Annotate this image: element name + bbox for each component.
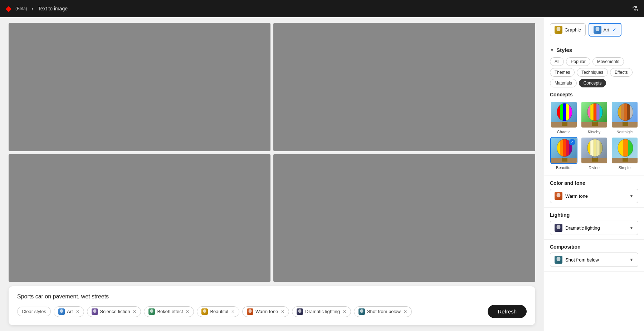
tag-science-fiction: Science fiction ✕ xyxy=(87,306,141,317)
refresh-button[interactable]: Refresh xyxy=(488,305,527,318)
filter-techniques[interactable]: Techniques xyxy=(577,68,608,77)
content-area: Sports car on pavement, wet streets Clea… xyxy=(0,17,544,331)
dramatic-tag-remove[interactable]: ✕ xyxy=(343,309,346,314)
image-cell-2 xyxy=(273,23,535,151)
simple-thumb xyxy=(611,137,638,164)
graphic-label: Graphic xyxy=(565,27,581,33)
shot-below-tag-remove[interactable]: ✕ xyxy=(404,309,407,314)
concepts-label: Concepts xyxy=(550,92,638,97)
shot-below-tag-icon xyxy=(358,308,365,315)
warm-tone-tag-label: Warm tone xyxy=(255,309,278,314)
divine-thumb xyxy=(581,137,608,164)
tags-row: Clear styles Art ✕ Science fiction ✕ Bok… xyxy=(17,305,527,318)
style-type-selector: Graphic Art ✓ xyxy=(544,17,644,41)
warm-tone-tag-remove[interactable]: ✕ xyxy=(281,309,284,314)
sci-fi-tag-icon xyxy=(92,308,98,315)
warm-tone-tag-icon xyxy=(247,308,253,315)
sci-fi-tag-label: Science fiction xyxy=(100,309,130,314)
lighting-chevron-icon: ▼ xyxy=(629,225,634,230)
composition-section: Composition Shot from below ▼ xyxy=(544,240,644,272)
tag-beautiful: Beautiful ✕ xyxy=(197,306,239,317)
color-tone-dropdown[interactable]: Warm tone ▼ xyxy=(550,189,638,203)
art-selected-check: ✓ xyxy=(612,27,616,33)
tag-clear-styles[interactable]: Clear styles xyxy=(17,307,51,316)
beta-label: (Beta) xyxy=(15,6,27,11)
style-item-kitschy[interactable]: Kitschy xyxy=(580,101,608,134)
bokeh-tag-label: Bokeh effect xyxy=(157,309,183,314)
generated-image-3 xyxy=(9,154,270,282)
divine-canvas xyxy=(581,138,608,164)
styles-section: ▼ Styles All Popular Movements Themes Te… xyxy=(544,41,644,176)
art-icon xyxy=(594,26,601,34)
beautiful-check: ✓ xyxy=(569,139,575,145)
notification-icon[interactable]: ⚗ xyxy=(632,4,638,13)
filter-materials[interactable]: Materials xyxy=(550,79,577,87)
generated-image-2 xyxy=(273,23,535,151)
tag-dramatic: Dramatic lighting ✕ xyxy=(292,306,351,317)
style-item-divine[interactable]: Divine xyxy=(580,137,608,170)
filter-effects[interactable]: Effects xyxy=(610,68,632,77)
composition-left: Shot from below xyxy=(555,256,599,264)
divine-label: Divine xyxy=(589,166,600,170)
sci-fi-tag-remove[interactable]: ✕ xyxy=(133,309,136,314)
tag-shot-from-below: Shot from below ✕ xyxy=(354,306,412,317)
nostalgic-canvas xyxy=(612,102,638,128)
beautiful-tag-label: Beautiful xyxy=(210,309,228,314)
adobe-logo: ◆ xyxy=(6,4,11,13)
lighting-left: Dramatic lighting xyxy=(555,224,600,232)
composition-dropdown[interactable]: Shot from below ▼ xyxy=(550,253,638,267)
color-tone-chevron-icon: ▼ xyxy=(629,193,634,198)
beautiful-tag-remove[interactable]: ✕ xyxy=(231,309,235,314)
art-label: Art xyxy=(604,27,610,33)
simple-label: Simple xyxy=(619,166,631,170)
filter-row: All Popular Movements Themes Techniques … xyxy=(550,57,638,87)
filter-movements[interactable]: Movements xyxy=(592,57,624,66)
composition-chevron-icon: ▼ xyxy=(629,257,634,262)
style-item-simple[interactable]: Simple xyxy=(611,137,638,170)
filter-concepts[interactable]: Concepts xyxy=(579,79,606,87)
tag-bokeh: Bokeh effect ✕ xyxy=(144,306,194,317)
style-item-chaotic[interactable]: Chaotic xyxy=(550,101,577,134)
beautiful-thumb: ✓ xyxy=(550,137,577,164)
tag-art: Art ✕ xyxy=(54,306,84,317)
style-item-nostalgic[interactable]: Nostalgic xyxy=(611,101,638,134)
color-tone-left: Warm tone xyxy=(555,192,588,200)
graphic-style-btn[interactable]: Graphic xyxy=(550,23,586,36)
bokeh-tag-icon xyxy=(148,308,155,315)
image-cell-3 xyxy=(9,154,270,282)
image-cell-4 xyxy=(273,154,535,282)
generated-image-4 xyxy=(273,154,535,282)
art-style-btn[interactable]: Art ✓ xyxy=(589,23,622,37)
style-item-beautiful[interactable]: ✓ Beautiful xyxy=(550,137,577,170)
filter-popular[interactable]: Popular xyxy=(566,57,590,66)
beautiful-label: Beautiful xyxy=(556,166,571,170)
image-grid xyxy=(9,23,535,282)
warm-tone-icon xyxy=(555,192,562,200)
art-tag-label: Art xyxy=(67,309,73,314)
dramatic-tag-label: Dramatic lighting xyxy=(305,309,340,314)
back-button[interactable]: ‹ xyxy=(31,5,34,13)
lighting-section: Lighting Dramatic lighting ▼ xyxy=(544,208,644,240)
color-tone-section: Color and tone Warm tone ▼ xyxy=(544,176,644,208)
main-layout: Sports car on pavement, wet streets Clea… xyxy=(0,17,644,331)
dramatic-tag-icon xyxy=(297,308,303,315)
color-tone-label: Color and tone xyxy=(550,180,638,186)
color-tone-value: Warm tone xyxy=(565,193,588,199)
shot-below-tag-label: Shot from below xyxy=(367,309,401,314)
composition-label: Composition xyxy=(550,244,638,250)
chaotic-thumb xyxy=(550,101,577,128)
graphic-icon xyxy=(555,26,562,34)
art-tag-icon xyxy=(58,308,65,315)
styles-title: Styles xyxy=(556,47,572,53)
style-grid: Chaotic Kitschy Nostalgic xyxy=(550,101,638,170)
prompt-bar: Sports car on pavement, wet streets Clea… xyxy=(9,286,535,325)
filter-all[interactable]: All xyxy=(550,57,564,66)
styles-header[interactable]: ▼ Styles xyxy=(550,47,638,53)
generated-image-1 xyxy=(9,23,270,151)
kitschy-label: Kitschy xyxy=(588,130,600,134)
nostalgic-thumb xyxy=(611,101,638,128)
filter-themes[interactable]: Themes xyxy=(550,68,575,77)
bokeh-tag-remove[interactable]: ✕ xyxy=(186,309,189,314)
lighting-dropdown[interactable]: Dramatic lighting ▼ xyxy=(550,221,638,235)
art-tag-remove[interactable]: ✕ xyxy=(76,309,79,314)
